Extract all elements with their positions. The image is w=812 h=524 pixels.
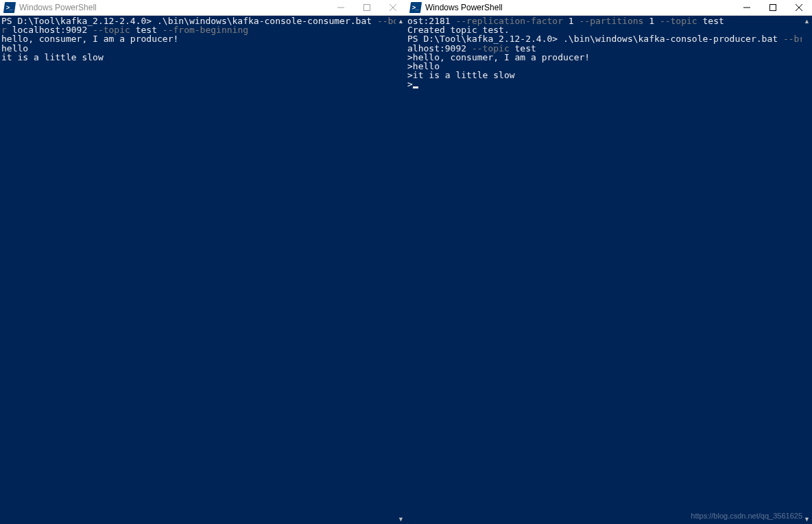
maximize-button[interactable] <box>760 0 786 16</box>
titlebar-right[interactable]: >_ Windows PowerShell <box>406 0 812 16</box>
terminal-line: >it is a little slow <box>407 71 800 80</box>
powershell-icon: >_ <box>4 2 15 13</box>
terminal-area-left[interactable]: PS D:\Tool\kafka_2.12-2.4.0> .\bin\windo… <box>0 16 406 524</box>
terminal-line: hello, consumer, I am a producer! <box>1 34 394 43</box>
terminal-output-right[interactable]: ost:2181 --replication-factor 1 --partit… <box>406 16 802 524</box>
scroll-up-icon[interactable]: ▲ <box>396 16 406 26</box>
scroll-down-icon[interactable]: ▼ <box>802 514 812 524</box>
terminal-text: --broker-list <box>783 34 802 44</box>
svg-rect-5 <box>770 5 776 11</box>
terminal-text: >it is a little slow <box>407 70 515 80</box>
window-title: Windows PowerShell <box>19 3 97 12</box>
powershell-window-right: >_ Windows PowerShell ost:2181 --replica… <box>406 0 812 524</box>
terminal-area-right[interactable]: ost:2181 --replication-factor 1 --partit… <box>406 16 812 524</box>
minimize-button[interactable] <box>734 0 760 16</box>
cursor-icon <box>413 86 418 88</box>
powershell-icon: >_ <box>410 2 421 13</box>
terminal-text: test <box>697 16 724 26</box>
terminal-line: > <box>407 80 800 88</box>
terminal-text: --bootstrap-serve <box>377 16 396 26</box>
terminal-line: >hello, consumer, I am a producer! <box>407 53 800 62</box>
svg-rect-1 <box>364 5 370 11</box>
close-button[interactable] <box>380 0 406 16</box>
scrollbar-right[interactable]: ▲ ▼ <box>802 16 812 524</box>
minimize-button[interactable] <box>328 0 354 16</box>
terminal-text: it is a little slow <box>1 52 104 62</box>
terminal-text: 1 <box>563 16 579 26</box>
terminal-text: --partitions <box>579 16 643 26</box>
terminal-text: --topic <box>660 16 697 26</box>
terminal-text: 1 <box>643 16 659 26</box>
scroll-down-icon[interactable]: ▼ <box>396 514 406 524</box>
powershell-window-left: >_ Windows PowerShell PS D:\Tool\kafka_2… <box>0 0 406 524</box>
window-title: Windows PowerShell <box>425 3 503 12</box>
scroll-up-icon[interactable]: ▲ <box>802 16 812 26</box>
maximize-button[interactable] <box>354 0 380 16</box>
terminal-text: > <box>407 79 413 89</box>
close-button[interactable] <box>786 0 812 16</box>
terminal-line: it is a little slow <box>1 53 394 62</box>
scrollbar-left[interactable]: ▲ ▼ <box>396 16 406 524</box>
titlebar-left[interactable]: >_ Windows PowerShell <box>0 0 406 16</box>
terminal-output-left[interactable]: PS D:\Tool\kafka_2.12-2.4.0> .\bin\windo… <box>0 16 396 524</box>
